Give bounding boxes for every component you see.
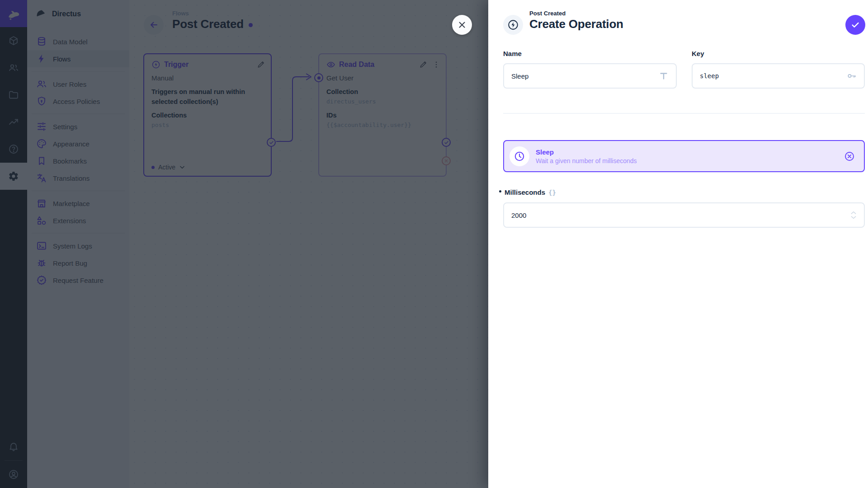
- key-field: [692, 63, 865, 89]
- chevron-down-icon[interactable]: [850, 216, 857, 220]
- drawer-dim-overlay[interactable]: [0, 0, 488, 488]
- title-icon: [659, 71, 669, 81]
- milliseconds-input[interactable]: [511, 211, 850, 219]
- check-icon: [850, 20, 860, 30]
- name-field: [503, 63, 677, 89]
- drawer-breadcrumb: Post Created: [529, 10, 566, 17]
- operation-texts: Sleep Wait a given number of millisecond…: [536, 148, 838, 164]
- number-stepper[interactable]: [850, 211, 857, 220]
- bolt-circle-icon: [507, 19, 519, 31]
- key-icon: [847, 71, 857, 81]
- close-icon: [457, 20, 467, 30]
- chevron-up-icon[interactable]: [850, 211, 857, 215]
- operation-name: Sleep: [536, 148, 838, 156]
- name-field-label: Name: [503, 50, 522, 57]
- drawer-title: Create Operation: [529, 17, 623, 31]
- selected-operation-card[interactable]: Sleep Wait a given number of millisecond…: [503, 140, 865, 172]
- save-operation-button[interactable]: [845, 15, 865, 35]
- clock-icon: [514, 150, 525, 162]
- key-field-label: Key: [692, 50, 704, 57]
- operation-description: Wait a given number of milliseconds: [536, 157, 838, 164]
- drawer-divider: [503, 113, 865, 114]
- required-dot: [499, 190, 501, 192]
- milliseconds-label-row: Milliseconds {}: [503, 188, 556, 196]
- cancel-circle-icon: [844, 151, 855, 162]
- key-input[interactable]: [700, 72, 847, 80]
- drawer-header-chip: [503, 15, 523, 35]
- directus-app: Directus Data Model Flows User Roles: [0, 0, 868, 488]
- deselect-operation-button[interactable]: [844, 151, 855, 162]
- close-drawer-button[interactable]: [452, 15, 472, 35]
- milliseconds-field-label: Milliseconds: [505, 188, 545, 196]
- operation-avatar: [509, 146, 529, 166]
- raw-value-toggle-icon[interactable]: {}: [548, 189, 556, 196]
- milliseconds-field: [503, 202, 865, 228]
- create-operation-drawer: Post Created Create Operation Name Key: [488, 0, 868, 488]
- name-input[interactable]: [511, 72, 659, 80]
